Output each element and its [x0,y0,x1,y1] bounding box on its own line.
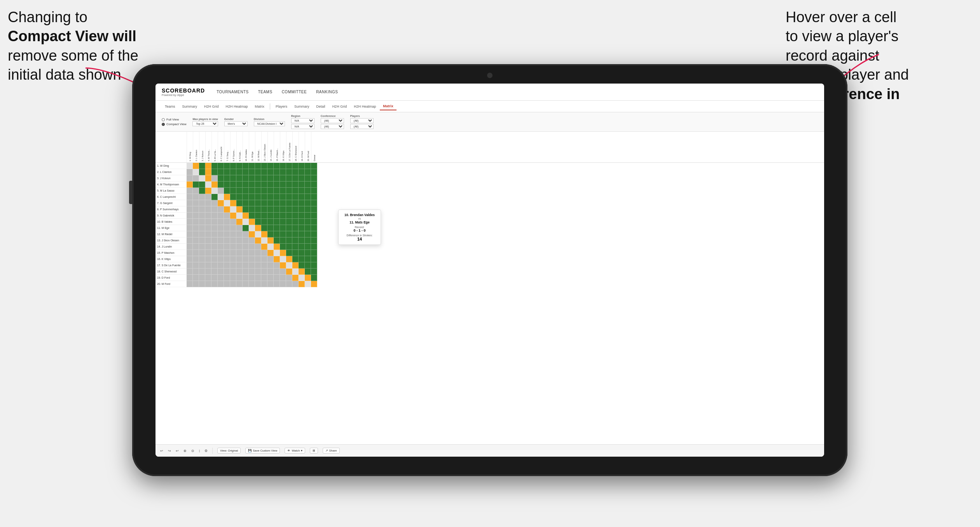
matrix-cell[interactable] [286,175,292,181]
matrix-cell[interactable] [243,244,249,250]
matrix-cell[interactable] [311,237,317,244]
matrix-cell[interactable] [249,275,255,281]
matrix-cell[interactable] [230,237,236,244]
full-view-radio[interactable] [162,118,165,121]
matrix-cell[interactable] [286,200,292,206]
matrix-cell[interactable] [205,200,211,206]
filter-players-select2[interactable]: (All) [350,124,374,129]
matrix-cell[interactable] [255,213,261,219]
matrix-cell[interactable] [311,262,317,269]
matrix-cell[interactable] [249,219,255,225]
matrix-cell[interactable] [218,237,224,244]
matrix-cell[interactable] [243,188,249,194]
matrix-cell[interactable] [286,275,292,281]
matrix-cell[interactable] [211,175,218,181]
matrix-cell[interactable] [267,200,274,206]
matrix-cell[interactable] [292,250,299,256]
matrix-cell[interactable] [187,237,193,244]
matrix-cell[interactable] [292,194,299,200]
matrix-cell[interactable] [224,169,230,175]
matrix-cell[interactable] [193,269,199,275]
matrix-cell[interactable] [274,250,280,256]
matrix-cell[interactable] [274,237,280,244]
nav-tournaments[interactable]: TOURNAMENTS [217,90,249,94]
matrix-cell[interactable] [305,213,311,219]
matrix-cell[interactable] [187,219,193,225]
matrix-cell[interactable] [205,213,211,219]
matrix-cell[interactable] [274,175,280,181]
matrix-cell[interactable] [205,281,211,287]
matrix-cell[interactable] [311,250,317,256]
matrix-cell[interactable] [218,256,224,262]
matrix-cell[interactable] [249,256,255,262]
matrix-cell[interactable] [187,175,193,181]
share-button[interactable]: ↗ Share [323,448,340,454]
matrix-cell[interactable] [199,181,205,188]
matrix-cell[interactable] [205,244,211,250]
matrix-cell[interactable] [205,194,211,200]
matrix-cell[interactable] [299,219,305,225]
matrix-cell[interactable] [305,163,311,169]
matrix-cell[interactable] [230,275,236,281]
matrix-cell[interactable] [299,262,305,269]
matrix-cell[interactable] [299,225,305,231]
matrix-cell[interactable] [280,281,286,287]
matrix-cell[interactable] [243,213,249,219]
matrix-cell[interactable] [187,244,193,250]
matrix-cell[interactable] [205,219,211,225]
matrix-cell[interactable] [205,275,211,281]
matrix-cell[interactable] [243,219,249,225]
matrix-cell[interactable] [280,200,286,206]
matrix-cell[interactable] [249,194,255,200]
matrix-cell[interactable] [267,237,274,244]
matrix-cell[interactable] [299,237,305,244]
matrix-cell[interactable] [187,206,193,213]
matrix-cell[interactable] [292,275,299,281]
matrix-cell[interactable] [243,194,249,200]
matrix-cell[interactable] [299,200,305,206]
matrix-cell[interactable] [230,200,236,206]
tab-summary[interactable]: Summary [179,103,201,110]
matrix-cell[interactable] [292,231,299,237]
matrix-cell[interactable] [243,250,249,256]
matrix-cell[interactable] [261,275,267,281]
matrix-cell[interactable] [255,237,261,244]
tab-h2h-heatmap2[interactable]: H2H Heatmap [351,103,379,110]
matrix-cell[interactable] [230,194,236,200]
matrix-cell[interactable] [299,175,305,181]
matrix-cell[interactable] [292,163,299,169]
matrix-cell[interactable] [292,169,299,175]
matrix-cell[interactable] [280,244,286,250]
matrix-cell[interactable] [267,206,274,213]
matrix-cell[interactable] [261,175,267,181]
matrix-cell[interactable] [280,269,286,275]
tab-h2h-grid2[interactable]: H2H Grid [329,103,350,110]
matrix-cell[interactable] [224,281,230,287]
matrix-cell[interactable] [280,275,286,281]
matrix-cell[interactable] [249,163,255,169]
matrix-cell[interactable] [274,275,280,281]
matrix-cell[interactable] [274,194,280,200]
matrix-cell[interactable] [286,213,292,219]
matrix-cell[interactable] [193,275,199,281]
matrix-cell[interactable] [305,269,311,275]
matrix-cell[interactable] [286,194,292,200]
matrix-cell[interactable] [274,200,280,206]
matrix-cell[interactable] [249,231,255,237]
matrix-cell[interactable] [249,269,255,275]
matrix-cell[interactable] [218,262,224,269]
filter-conference-select2[interactable]: (All) [321,124,344,129]
matrix-cell[interactable] [249,169,255,175]
matrix-cell[interactable] [255,175,261,181]
matrix-cell[interactable] [230,163,236,169]
matrix-cell[interactable] [255,219,261,225]
matrix-cell[interactable] [193,163,199,169]
matrix-cell[interactable] [211,169,218,175]
matrix-cell[interactable] [299,231,305,237]
matrix-cell[interactable] [224,275,230,281]
matrix-cell[interactable] [211,181,218,188]
matrix-cell[interactable] [236,175,243,181]
matrix-cell[interactable] [199,225,205,231]
matrix-cell[interactable] [261,163,267,169]
matrix-cell[interactable] [230,206,236,213]
